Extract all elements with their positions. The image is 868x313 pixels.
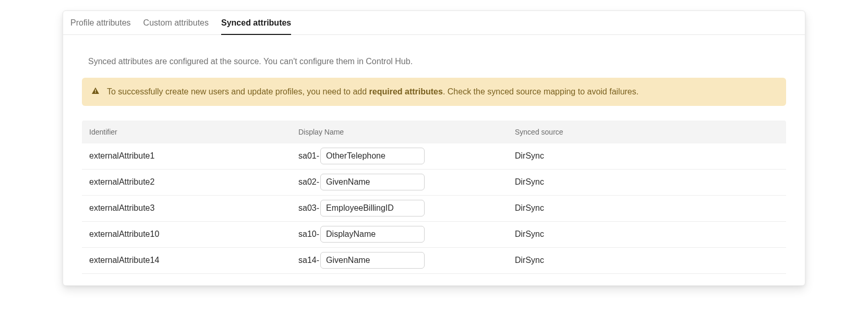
- table-row: externalAttribute10sa10-DirSync: [82, 222, 786, 248]
- display-name-input[interactable]: [320, 148, 425, 164]
- display-name-prefix: sa14-: [298, 256, 319, 265]
- svg-rect-1: [95, 92, 96, 93]
- warning-text-strong: required attributes: [369, 87, 443, 96]
- tab-profile-attributes[interactable]: Profile attributes: [70, 11, 131, 34]
- cell-synced-source: DirSync: [515, 203, 786, 213]
- warning-text: To successfully create new users and upd…: [107, 86, 638, 98]
- display-name-input[interactable]: [320, 174, 425, 190]
- tab-custom-attributes[interactable]: Custom attributes: [143, 11, 209, 34]
- cell-synced-source: DirSync: [515, 177, 786, 187]
- cell-identifier: externalAttribute2: [82, 177, 298, 187]
- cell-display-name: sa10-: [298, 226, 515, 243]
- intro-text: Synced attributes are configured at the …: [88, 57, 786, 66]
- display-name-prefix: sa01-: [298, 151, 319, 161]
- cell-synced-source: DirSync: [515, 256, 786, 265]
- table-body: externalAttribute1sa01-DirSyncexternalAt…: [82, 143, 786, 274]
- required-attributes-warning: To successfully create new users and upd…: [82, 78, 786, 106]
- table-row: externalAttribute3sa03-DirSync: [82, 196, 786, 222]
- attributes-card: Profile attributes Custom attributes Syn…: [63, 10, 805, 286]
- warning-icon: [91, 87, 100, 97]
- tab-synced-attributes[interactable]: Synced attributes: [221, 11, 291, 35]
- display-name-input[interactable]: [320, 226, 425, 243]
- cell-display-name: sa03-: [298, 200, 515, 216]
- cell-display-name: sa01-: [298, 148, 515, 164]
- cell-display-name: sa14-: [298, 252, 515, 269]
- col-identifier: Identifier: [82, 128, 298, 136]
- table-header: Identifier Display Name Synced source: [82, 121, 786, 143]
- cell-identifier: externalAttribute14: [82, 256, 298, 265]
- col-synced-source: Synced source: [515, 128, 786, 136]
- cell-identifier: externalAttribute10: [82, 230, 298, 239]
- warning-text-after: . Check the synced source mapping to avo…: [443, 87, 638, 96]
- display-name-input[interactable]: [320, 252, 425, 269]
- cell-identifier: externalAttribute3: [82, 203, 298, 213]
- display-name-prefix: sa10-: [298, 230, 319, 239]
- attributes-table: Identifier Display Name Synced source ex…: [82, 121, 786, 274]
- table-row: externalAttribute14sa14-DirSync: [82, 248, 786, 274]
- display-name-prefix: sa02-: [298, 177, 319, 187]
- cell-display-name: sa02-: [298, 174, 515, 190]
- cell-identifier: externalAttribute1: [82, 151, 298, 161]
- display-name-input[interactable]: [320, 200, 425, 216]
- svg-rect-0: [95, 89, 96, 91]
- table-row: externalAttribute2sa02-DirSync: [82, 170, 786, 196]
- cell-synced-source: DirSync: [515, 151, 786, 161]
- tab-content: Synced attributes are configured at the …: [69, 44, 799, 279]
- cell-synced-source: DirSync: [515, 230, 786, 239]
- tabs-bar: Profile attributes Custom attributes Syn…: [63, 11, 805, 35]
- table-row: externalAttribute1sa01-DirSync: [82, 143, 786, 170]
- warning-text-before: To successfully create new users and upd…: [107, 87, 369, 96]
- display-name-prefix: sa03-: [298, 203, 319, 213]
- col-display-name: Display Name: [298, 128, 515, 136]
